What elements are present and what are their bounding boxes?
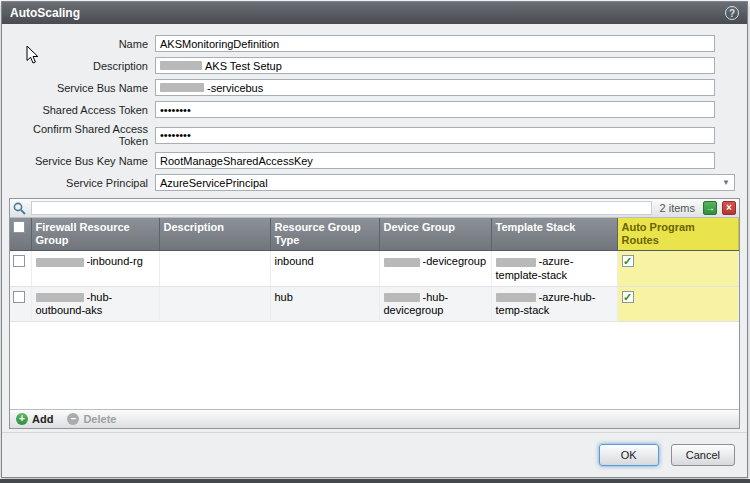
cell-auto-program-routes: ✓ [617,251,739,286]
grid-filter-toolbar: 2 items → × [10,199,739,218]
row-select-cell [10,251,31,286]
delete-label: Delete [83,413,116,425]
dialog-title: AutoScaling [10,6,725,20]
name-input[interactable]: AKSMonitoringDefinition [155,35,715,52]
footer-divider [2,432,747,433]
delete-icon: − [67,413,79,425]
service-bus-name-value: -servicebus [207,82,263,94]
shared-access-token-input[interactable]: •••••••• [155,101,715,118]
table-row[interactable]: -hub-outbound-aks hub -hub-devicegroup -… [10,286,739,321]
service-bus-key-name-value: RootManageSharedAccessKey [160,155,313,167]
delete-button[interactable]: − Delete [67,413,116,425]
table-header-row: Firewall Resource Group Description Reso… [10,218,739,251]
resource-groups-table: Firewall Resource Group Description Reso… [10,218,739,322]
col-device-group[interactable]: Device Group [379,218,491,251]
filter-input[interactable] [31,201,652,215]
cell-device-group: -hub-devicegroup [379,286,491,321]
chevron-down-icon[interactable]: ▼ [722,179,730,187]
name-value: AKSMonitoringDefinition [160,38,279,50]
col-description[interactable]: Description [159,218,270,251]
col-template-stack[interactable]: Template Stack [491,218,617,251]
cell-description [159,251,270,286]
redacted-text [36,293,84,302]
clear-filter-icon[interactable]: × [722,201,736,215]
service-bus-name-input[interactable]: -servicebus [155,79,715,96]
service-bus-name-row: Service Bus Name -servicebus [2,79,747,96]
shared-access-token-value: •••••••• [160,104,191,116]
cancel-button[interactable]: Cancel [671,444,735,466]
row-checkbox[interactable] [13,255,25,267]
redacted-text [160,61,202,70]
redacted-text [496,258,536,267]
service-principal-dropdown[interactable]: AzureServicePrincipal ▼ [155,174,735,191]
dialog-header: AutoScaling ? [2,2,747,24]
ok-button[interactable]: OK [599,444,659,466]
row-checkbox[interactable] [13,291,25,303]
cell-firewall-resource-group: -hub-outbound-aks [31,286,159,321]
confirm-shared-access-token-row: Confirm Shared Access Token •••••••• [2,123,747,147]
items-count: 2 items [657,202,698,214]
redacted-text [496,293,536,302]
help-icon[interactable]: ? [725,6,739,20]
name-label: Name [2,38,155,50]
confirm-shared-access-token-label: Confirm Shared Access Token [2,123,155,147]
add-label: Add [32,413,53,425]
description-input[interactable]: AKS Test Setup [155,57,715,74]
shared-access-token-label: Shared Access Token [2,104,155,116]
checked-checkbox-icon[interactable]: ✓ [622,291,634,303]
description-row: Description AKS Test Setup [2,57,747,74]
cell-template-stack: -azure-template-stack [491,251,617,286]
table-row[interactable]: -inbound-rg inbound -devicegroup -azure-… [10,251,739,286]
cell-resource-group-type: hub [270,286,379,321]
service-bus-key-name-row: Service Bus Key Name RootManageSharedAcc… [2,152,747,169]
cell-resource-group-type: inbound [270,251,379,286]
autoscaling-form: Name AKSMonitoringDefinition Description… [2,24,747,191]
cell-device-group: -devicegroup [379,251,491,286]
cell-auto-program-routes: ✓ [617,286,739,321]
col-firewall-resource-group[interactable]: Firewall Resource Group [31,218,159,251]
window-bottom-edge [0,479,750,483]
description-value: AKS Test Setup [205,60,282,72]
grid-footer: + Add − Delete [10,409,739,428]
redacted-text [384,293,420,302]
redacted-text [160,83,204,92]
redacted-text [384,258,420,267]
add-icon: + [16,413,28,425]
confirm-shared-access-token-value: •••••••• [160,129,191,141]
cell-description [159,286,270,321]
row-select-cell [10,286,31,321]
select-all-checkbox[interactable] [13,221,25,233]
confirm-shared-access-token-input[interactable]: •••••••• [155,127,715,144]
name-row: Name AKSMonitoringDefinition [2,35,747,52]
search-icon[interactable] [13,202,26,215]
grid-body: Firewall Resource Group Description Reso… [10,218,739,409]
service-principal-label: Service Principal [2,177,155,189]
service-bus-key-name-input[interactable]: RootManageSharedAccessKey [155,152,715,169]
resource-groups-grid: 2 items → × Firewall Resource Group Desc… [9,198,740,429]
shared-access-token-row: Shared Access Token •••••••• [2,101,747,118]
description-label: Description [2,60,155,72]
service-bus-name-label: Service Bus Name [2,82,155,94]
service-principal-value: AzureServicePrincipal [160,177,268,189]
service-principal-row: Service Principal AzureServicePrincipal … [2,174,747,191]
checked-checkbox-icon[interactable]: ✓ [622,255,634,267]
dialog-buttons: OK Cancel [599,444,735,466]
autoscaling-dialog: AutoScaling ? Name AKSMonitoringDefiniti… [1,1,748,478]
cell-firewall-resource-group: -inbound-rg [31,251,159,286]
header-select-all-cell [10,218,31,251]
cell-template-stack: -azure-hub-temp-stack [491,286,617,321]
service-bus-key-name-label: Service Bus Key Name [2,155,155,167]
col-auto-program-routes[interactable]: Auto Program Routes [617,218,739,251]
col-resource-group-type[interactable]: Resource Group Type [270,218,379,251]
redacted-text [36,258,84,267]
add-button[interactable]: + Add [16,413,53,425]
apply-filter-icon[interactable]: → [703,201,717,215]
